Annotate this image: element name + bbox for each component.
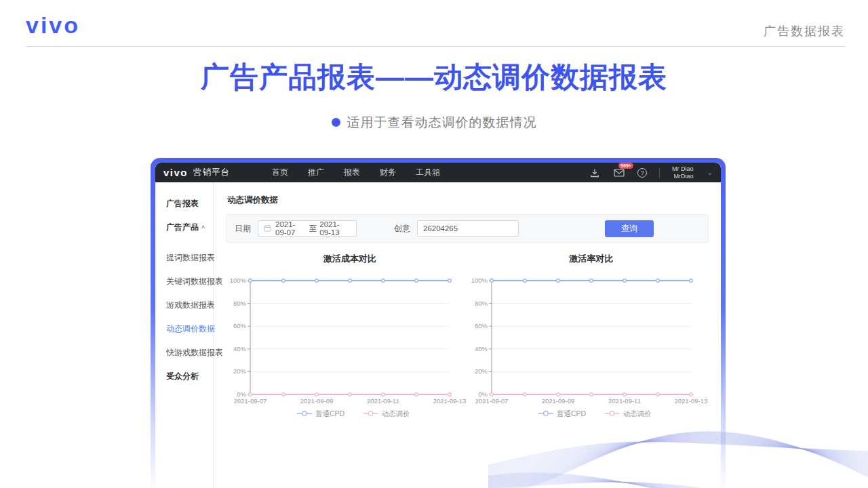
app-nav-right: 999+ ? Mr Diao MrDiao ⌄ (589, 165, 713, 180)
svg-text:2021-09-11: 2021-09-11 (608, 397, 641, 405)
sidebar-item-0[interactable]: 广告报表 (155, 192, 213, 216)
slide-subtitle-text: 适用于查看动态调价的数据情况 (347, 115, 537, 129)
svg-text:2021-09-07: 2021-09-07 (475, 397, 509, 405)
marketing-platform-app: vivo 营销平台 首页推广报表财务工具箱 999+ ? Mr Diao (155, 163, 721, 488)
svg-text:普通CPD: 普通CPD (315, 409, 345, 418)
nav-separator (659, 168, 660, 178)
svg-text:2021-09-09: 2021-09-09 (300, 397, 334, 405)
svg-text:普通CPD: 普通CPD (557, 409, 587, 418)
user-account: MrDiao (672, 173, 694, 180)
chart-activation-cost: 激活成本对比0%20%40%60%80%100%2021-09-072021-0… (226, 251, 467, 422)
svg-text:40%: 40% (475, 345, 488, 352)
collapse-caret-icon: ^ (201, 224, 205, 231)
svg-text:2021-09-07: 2021-09-07 (234, 397, 267, 405)
page-title: 动态调价数据 (227, 195, 709, 206)
date-start: 2021-09-07 (275, 220, 307, 237)
sidebar: 广告报表广告产品^提词数据报表关键词数据报表游戏数据报表动态调价数据快游戏数据报… (155, 182, 214, 488)
svg-text:60%: 60% (475, 322, 488, 329)
mail-icon[interactable]: 999+ (613, 167, 625, 178)
screenshot-frame: vivo 营销平台 首页推广报表财务工具箱 999+ ? Mr Diao (151, 158, 726, 488)
help-icon[interactable]: ? (637, 168, 647, 178)
sidebar-item-1[interactable]: 广告产品^ (155, 216, 213, 239)
nav-item-4[interactable]: 工具箱 (416, 167, 440, 178)
svg-text:动态调价: 动态调价 (623, 409, 652, 418)
nav-item-2[interactable]: 报表 (344, 167, 360, 178)
slide-title: 广告产品报表——动态调价数据报表 (0, 58, 868, 96)
chevron-down-icon: ⌄ (707, 169, 713, 176)
date-label: 日期 (235, 223, 251, 235)
app-nav-menu: 首页推广报表财务工具箱 (272, 167, 440, 178)
slide-header-label: 广告数据报表 (764, 23, 845, 39)
svg-text:20%: 20% (233, 367, 247, 375)
main-content: 动态调价数据 日期 2021-09-07 至 2021-09-13 (214, 182, 721, 488)
svg-text:激活率对比: 激活率对比 (569, 253, 614, 264)
sidebar-item-2[interactable]: 提词数据报表 (155, 246, 213, 270)
svg-text:20%: 20% (475, 367, 488, 375)
date-end: 2021-09-13 (319, 220, 351, 237)
svg-text:100%: 100% (471, 277, 488, 284)
svg-text:激活成本对比: 激活成本对比 (323, 253, 376, 264)
header-divider (26, 46, 845, 47)
mail-badge: 999+ (618, 163, 633, 169)
filter-bar: 日期 2021-09-07 至 2021-09-13 创意 26204265 (226, 214, 709, 243)
date-range-input[interactable]: 2021-09-07 至 2021-09-13 (258, 220, 357, 237)
sidebar-item-6[interactable]: 快游戏数据报表 (155, 341, 213, 365)
creative-label: 创意 (394, 223, 410, 235)
user-name: Mr Diao (672, 165, 694, 173)
slide-subtitle: 适用于查看动态调价的数据情况 (0, 114, 868, 131)
app-navbar: vivo 营销平台 首页推广报表财务工具箱 999+ ? Mr Diao (155, 163, 721, 182)
sidebar-item-7[interactable]: 受众分析 (155, 365, 213, 388)
sidebar-item-4[interactable]: 游戏数据报表 (155, 293, 213, 317)
creative-input[interactable]: 26204265 (417, 220, 519, 237)
date-separator: 至 (309, 224, 317, 234)
svg-text:动态调价: 动态调价 (382, 409, 411, 418)
nav-item-3[interactable]: 财务 (380, 167, 396, 178)
sidebar-item-5[interactable]: 动态调价数据 (155, 317, 213, 341)
nav-item-0[interactable]: 首页 (272, 167, 288, 178)
download-icon[interactable] (589, 167, 601, 178)
svg-text:2021-09-11: 2021-09-11 (367, 397, 399, 405)
svg-text:2021-09-13: 2021-09-13 (675, 397, 708, 405)
query-button[interactable]: 查询 (605, 220, 654, 237)
slide: vivo 广告数据报表 广告产品报表——动态调价数据报表 适用于查看动态调价的数… (0, 0, 868, 488)
calendar-icon (264, 224, 271, 233)
app-body: 广告报表广告产品^提词数据报表关键词数据报表游戏数据报表动态调价数据快游戏数据报… (155, 182, 721, 488)
app-platform-name: 营销平台 (193, 167, 230, 178)
sidebar-item-3[interactable]: 关键词数据报表 (155, 270, 213, 293)
svg-text:2021-09-13: 2021-09-13 (433, 397, 467, 405)
svg-text:80%: 80% (233, 300, 247, 307)
vivo-logo: vivo (26, 12, 80, 39)
charts-row: 激活成本对比0%20%40%60%80%100%2021-09-072021-0… (226, 251, 709, 422)
chart-activation-rate: 激活率对比0%20%40%60%80%100%2021-09-072021-09… (467, 251, 709, 422)
bullet-icon (332, 118, 340, 127)
svg-text:100%: 100% (230, 277, 247, 284)
user-menu[interactable]: Mr Diao MrDiao (672, 165, 694, 180)
svg-text:60%: 60% (233, 322, 247, 329)
app-vivo-logo: vivo (163, 167, 188, 178)
svg-text:80%: 80% (475, 300, 488, 307)
svg-text:40%: 40% (233, 345, 247, 352)
nav-item-1[interactable]: 推广 (308, 167, 324, 178)
svg-text:2021-09-09: 2021-09-09 (542, 397, 575, 405)
